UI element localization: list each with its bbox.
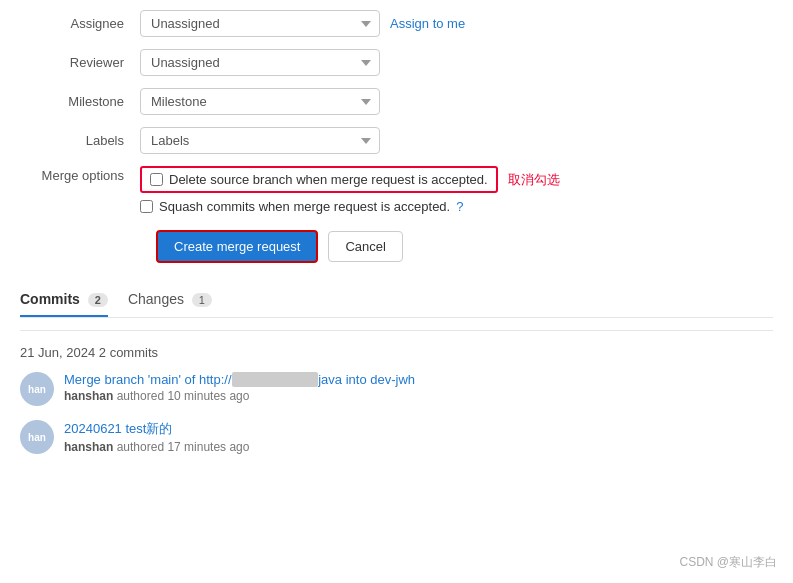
tabs-nav: Commits 2 Changes 1: [20, 283, 773, 317]
milestone-row: Milestone Milestone: [20, 88, 720, 115]
commits-list: han Merge branch 'main' of http:// java …: [20, 372, 773, 454]
divider: [20, 330, 773, 331]
commit-message[interactable]: Merge branch 'main' of http:// java into…: [64, 372, 773, 387]
tab-commits-label: Commits: [20, 291, 80, 307]
merge-options-label: Merge options: [20, 166, 140, 183]
merge-options-row: Merge options Delete source branch when …: [20, 166, 720, 214]
annotation-text: 取消勾选: [508, 171, 560, 189]
merge-options-content: Delete source branch when merge request …: [140, 166, 560, 214]
commit-author: hanshan: [64, 440, 113, 454]
commit-info: Merge branch 'main' of http:// java into…: [64, 372, 773, 403]
reviewer-label: Reviewer: [20, 55, 140, 70]
milestone-control-wrap: Milestone: [140, 88, 380, 115]
commit-message[interactable]: 20240621 test新的: [64, 420, 773, 438]
avatar-text: han: [28, 384, 46, 395]
delete-branch-annotation-row: Delete source branch when merge request …: [140, 166, 560, 193]
delete-branch-checkbox[interactable]: [150, 173, 163, 186]
commit-message-blurred: [232, 372, 319, 387]
help-icon[interactable]: ?: [456, 199, 463, 214]
reviewer-select[interactable]: Unassigned: [140, 49, 380, 76]
assignee-row: Assignee Unassigned Assign to me: [20, 10, 720, 37]
commit-message-text: 20240621 test新的: [64, 421, 172, 436]
commit-meta: hanshan authored 10 minutes ago: [64, 389, 773, 403]
commit-author: hanshan: [64, 389, 113, 403]
tabs-section: Commits 2 Changes 1: [20, 283, 773, 318]
labels-row: Labels Labels: [20, 127, 720, 154]
labels-label: Labels: [20, 133, 140, 148]
commit-avatar: han: [20, 420, 54, 454]
create-merge-request-button[interactable]: Create merge request: [156, 230, 318, 263]
reviewer-control-wrap: Unassigned: [140, 49, 380, 76]
labels-control-wrap: Labels: [140, 127, 380, 154]
reviewer-row: Reviewer Unassigned: [20, 49, 720, 76]
tab-changes[interactable]: Changes 1: [128, 283, 212, 317]
assignee-control-wrap: Unassigned Assign to me: [140, 10, 465, 37]
squash-commits-label: Squash commits when merge request is acc…: [159, 199, 450, 214]
tab-changes-label: Changes: [128, 291, 184, 307]
commit-avatar: han: [20, 372, 54, 406]
milestone-label: Milestone: [20, 94, 140, 109]
commit-item: han 20240621 test新的 hanshan authored 17 …: [20, 420, 773, 454]
commit-info: 20240621 test新的 hanshan authored 17 minu…: [64, 420, 773, 454]
squash-commits-checkbox[interactable]: [140, 200, 153, 213]
form-section: Assignee Unassigned Assign to me Reviewe…: [20, 10, 720, 214]
tab-changes-badge: 1: [192, 293, 212, 307]
commit-message-suffix: java into dev-jwh: [318, 372, 415, 387]
commits-date: 21 Jun, 2024 2 commits: [20, 345, 773, 360]
assign-to-me-link[interactable]: Assign to me: [390, 16, 465, 31]
avatar-text: han: [28, 432, 46, 443]
assignee-select[interactable]: Unassigned: [140, 10, 380, 37]
labels-select[interactable]: Labels: [140, 127, 380, 154]
milestone-select[interactable]: Milestone: [140, 88, 380, 115]
squash-commits-row: Squash commits when merge request is acc…: [140, 199, 560, 214]
commit-message-prefix: Merge branch 'main' of http://: [64, 372, 232, 387]
delete-branch-wrap: Delete source branch when merge request …: [140, 166, 498, 193]
commit-item: han Merge branch 'main' of http:// java …: [20, 372, 773, 406]
buttons-section: Create merge request Cancel: [156, 230, 773, 263]
commit-time: authored 17 minutes ago: [117, 440, 250, 454]
delete-branch-label: Delete source branch when merge request …: [169, 172, 488, 187]
assignee-label: Assignee: [20, 16, 140, 31]
commit-time: authored 10 minutes ago: [117, 389, 250, 403]
tab-commits-badge: 2: [88, 293, 108, 307]
cancel-button[interactable]: Cancel: [328, 231, 402, 262]
tab-commits[interactable]: Commits 2: [20, 283, 108, 317]
commit-meta: hanshan authored 17 minutes ago: [64, 440, 773, 454]
